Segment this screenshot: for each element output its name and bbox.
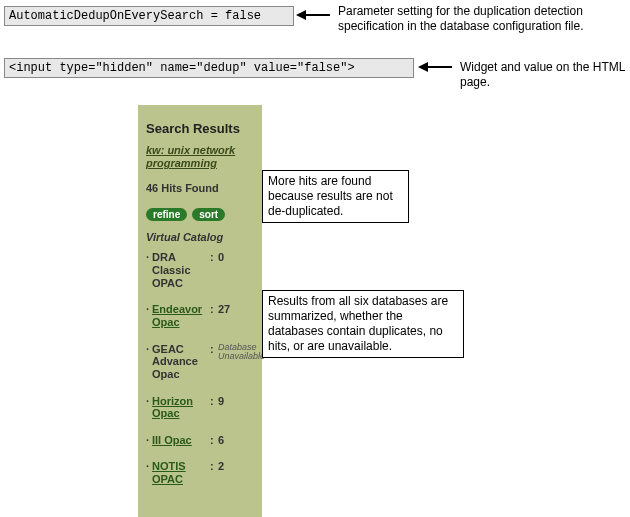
callout-hits: More hits are found because results are … xyxy=(262,170,409,223)
arrow-shaft xyxy=(306,14,330,16)
database-unavailable: Database Unavailable xyxy=(218,343,265,363)
database-name[interactable]: Horizon Opac xyxy=(152,395,210,420)
database-item: ·Endeavor Opac:27 xyxy=(146,303,254,328)
database-count: 0 xyxy=(218,251,254,263)
database-name: GEAC Advance Opac xyxy=(152,343,210,381)
refine-button[interactable]: refine xyxy=(146,208,187,221)
panel-heading: Search Results xyxy=(146,115,254,144)
query-link[interactable]: kw: unix network programming xyxy=(146,144,254,170)
query-line1: kw: unix network xyxy=(146,144,235,156)
separator: : xyxy=(210,251,218,263)
database-list: ·DRA Classic OPAC:0·Endeavor Opac:27·GEA… xyxy=(146,251,254,485)
button-row: refine sort xyxy=(146,208,254,221)
annotation-config: Parameter setting for the duplication de… xyxy=(338,4,618,34)
separator: : xyxy=(210,460,218,472)
virtual-catalog-heading: Virtual Catalog xyxy=(146,231,254,243)
arrow-icon xyxy=(296,10,306,20)
sort-button[interactable]: sort xyxy=(192,208,225,221)
arrow-icon xyxy=(418,62,428,72)
separator: : xyxy=(210,395,218,407)
separator: : xyxy=(210,303,218,315)
search-results-panel: Search Results kw: unix network programm… xyxy=(138,105,262,517)
database-name[interactable]: NOTIS OPAC xyxy=(152,460,210,485)
arrow-shaft xyxy=(428,66,452,68)
database-item: ·DRA Classic OPAC:0 xyxy=(146,251,254,289)
database-item: ·Horizon Opac:9 xyxy=(146,395,254,420)
query-line2: programming xyxy=(146,157,217,169)
html-widget-codebox: <input type="hidden" name="dedup" value=… xyxy=(4,58,414,78)
separator: : xyxy=(210,434,218,446)
separator: : xyxy=(210,343,218,355)
database-count: 9 xyxy=(218,395,254,407)
callout-databases: Results from all six databases are summa… xyxy=(262,290,464,358)
database-count: 27 xyxy=(218,303,254,315)
hits-found: 46 Hits Found xyxy=(146,182,254,194)
database-name: DRA Classic OPAC xyxy=(152,251,210,289)
database-item: ·GEAC Advance Opac:Database Unavailable xyxy=(146,343,254,381)
database-name[interactable]: Endeavor Opac xyxy=(152,303,210,328)
config-param-codebox: AutomaticDedupOnEverySearch = false xyxy=(4,6,294,26)
annotation-widget: Widget and value on the HTML page. xyxy=(460,60,630,90)
database-name[interactable]: III Opac xyxy=(152,434,210,447)
database-item: ·NOTIS OPAC:2 xyxy=(146,460,254,485)
database-item: ·III Opac:6 xyxy=(146,434,254,447)
database-count: 2 xyxy=(218,460,254,472)
database-count: 6 xyxy=(218,434,254,446)
